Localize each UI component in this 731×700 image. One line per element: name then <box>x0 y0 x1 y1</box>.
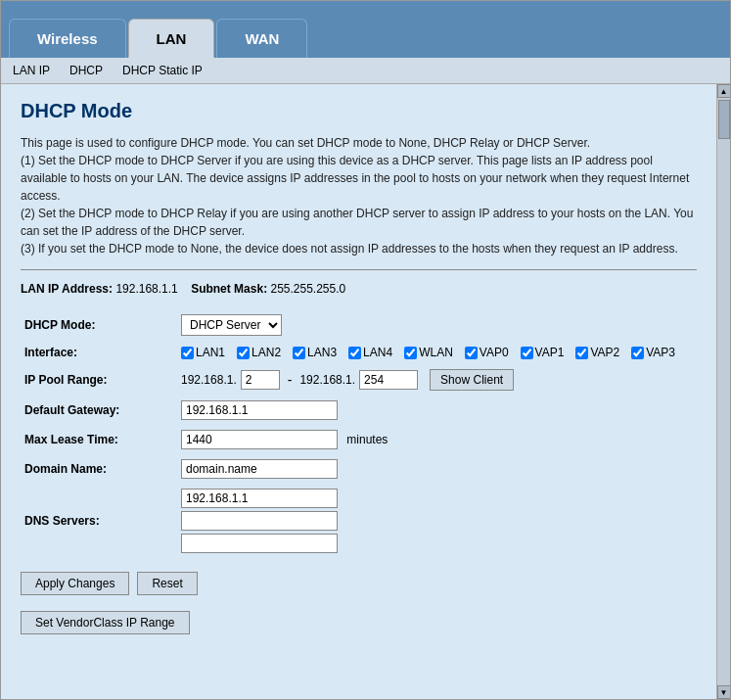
dns-servers-field <box>177 484 697 558</box>
ip-pool-range-field: 192.168.1. - 192.168.1. Show Client <box>177 364 697 396</box>
checkbox-vap3[interactable]: VAP3 <box>631 346 675 359</box>
vendor-class-button[interactable]: Set VendorClass IP Range <box>21 611 190 634</box>
max-lease-time-field: minutes <box>177 425 697 454</box>
lan-ip-value: 192.168.1.1 <box>115 282 177 296</box>
ip-pool-end-input[interactable] <box>359 370 418 390</box>
vendor-button-container: Set VendorClass IP Range <box>21 603 697 634</box>
desc-line2: (1) Set the DHCP mode to DHCP Server if … <box>21 154 689 203</box>
ip-end-prefix: 192.168.1. <box>299 373 355 387</box>
interface-checkbox-group: LAN1 LAN2 LAN3 LAN4 <box>181 346 693 359</box>
scrollbar-thumb[interactable] <box>718 100 730 139</box>
form-table: DHCP Mode: None DHCP Relay DHCP Server I… <box>21 309 697 558</box>
dns-servers-row: DNS Servers: <box>21 484 697 558</box>
scrollbar-track: ▲ ▼ <box>716 84 730 699</box>
apply-changes-button[interactable]: Apply Changes <box>21 572 129 595</box>
bottom-buttons: Apply Changes Reset <box>21 572 697 595</box>
dhcp-mode-select[interactable]: None DHCP Relay DHCP Server <box>181 314 282 336</box>
tab-wan[interactable]: WAN <box>216 19 307 58</box>
dns-group <box>181 489 693 553</box>
desc-line4: (3) If you set the DHCP mode to None, th… <box>21 242 678 256</box>
content-area: DHCP Mode This page is used to configure… <box>1 84 730 699</box>
max-lease-time-label: Max Lease Time: <box>21 425 177 454</box>
checkbox-lan4-input[interactable] <box>348 347 361 359</box>
dns-server-2-input[interactable] <box>181 511 338 531</box>
divider <box>21 269 697 270</box>
lan-ip-info: LAN IP Address: 192.168.1.1 Subnet Mask:… <box>21 282 697 296</box>
ip-pool-start-input[interactable] <box>241 370 280 390</box>
subnet-mask-value: 255.255.255.0 <box>270 282 345 296</box>
ip-pool-range-row: IP Pool Range: 192.168.1. - 192.168.1. S… <box>21 364 697 396</box>
show-client-button[interactable]: Show Client <box>430 369 514 391</box>
reset-button[interactable]: Reset <box>137 572 197 595</box>
checkbox-vap3-input[interactable] <box>631 347 644 359</box>
max-lease-time-input[interactable] <box>181 430 338 449</box>
domain-name-row: Domain Name: <box>21 454 697 484</box>
checkbox-vap0-input[interactable] <box>465 347 478 359</box>
page-description: This page is used to configure DHCP mode… <box>21 134 697 257</box>
max-lease-time-unit: minutes <box>346 433 388 446</box>
checkbox-vap1[interactable]: VAP1 <box>521 346 565 359</box>
scrollbar-down-button[interactable]: ▼ <box>717 685 731 699</box>
domain-name-label: Domain Name: <box>21 454 177 484</box>
subnet-mask-label: Subnet Mask: <box>191 282 267 296</box>
checkbox-wlan[interactable]: WLAN <box>404 346 453 359</box>
tab-lan[interactable]: LAN <box>128 19 215 58</box>
scrollbar-up-button[interactable]: ▲ <box>717 84 731 98</box>
checkbox-vap1-input[interactable] <box>521 347 533 359</box>
ip-pool-range-label: IP Pool Range: <box>21 364 177 396</box>
default-gateway-field <box>177 396 697 425</box>
checkbox-vap2-input[interactable] <box>575 347 588 359</box>
desc-line3: (2) Set the DHCP mode to DHCP Relay if y… <box>21 207 693 238</box>
checkbox-lan3[interactable]: LAN3 <box>293 346 337 359</box>
interface-row: Interface: LAN1 LAN2 LAN3 <box>21 341 697 364</box>
checkbox-lan2[interactable]: LAN2 <box>237 346 281 359</box>
dns-server-1-input[interactable] <box>181 489 338 508</box>
content-scroll: DHCP Mode This page is used to configure… <box>1 84 716 699</box>
default-gateway-row: Default Gateway: <box>21 396 697 425</box>
checkbox-lan3-input[interactable] <box>293 347 305 359</box>
default-gateway-label: Default Gateway: <box>21 396 177 425</box>
domain-name-input[interactable] <box>181 459 338 479</box>
dhcp-mode-field: None DHCP Relay DHCP Server <box>177 309 697 341</box>
domain-name-field <box>177 454 697 484</box>
dhcp-mode-row: DHCP Mode: None DHCP Relay DHCP Server <box>21 309 697 341</box>
sub-nav: LAN IP DHCP DHCP Static IP <box>1 58 730 84</box>
checkbox-vap2[interactable]: VAP2 <box>575 346 619 359</box>
checkbox-lan2-input[interactable] <box>237 347 250 359</box>
dns-servers-label: DNS Servers: <box>21 484 177 558</box>
max-lease-time-row: Max Lease Time: minutes <box>21 425 697 454</box>
ip-range-dash: - <box>288 372 293 388</box>
ip-start-prefix: 192.168.1. <box>181 373 237 387</box>
tab-wireless[interactable]: Wireless <box>9 19 126 58</box>
dhcp-mode-label: DHCP Mode: <box>21 309 177 341</box>
checkbox-lan1-input[interactable] <box>181 347 194 359</box>
lan-ip-label: LAN IP Address: <box>21 282 113 296</box>
desc-line1: This page is used to configure DHCP mode… <box>21 136 590 150</box>
checkbox-lan4[interactable]: LAN4 <box>348 346 392 359</box>
page-title: DHCP Mode <box>21 100 697 122</box>
checkbox-wlan-input[interactable] <box>404 347 417 359</box>
dns-server-3-input[interactable] <box>181 534 338 553</box>
subnav-lan-ip[interactable]: LAN IP <box>13 64 50 77</box>
top-nav: Wireless LAN WAN <box>1 1 730 58</box>
main-container: Wireless LAN WAN LAN IP DHCP DHCP Static… <box>0 0 731 700</box>
ip-pool-row: 192.168.1. - 192.168.1. Show Client <box>181 369 693 391</box>
checkbox-vap0[interactable]: VAP0 <box>465 346 509 359</box>
interface-field: LAN1 LAN2 LAN3 LAN4 <box>177 341 697 364</box>
checkbox-lan1[interactable]: LAN1 <box>181 346 225 359</box>
default-gateway-input[interactable] <box>181 400 338 420</box>
subnav-dhcp[interactable]: DHCP <box>69 64 103 77</box>
interface-label: Interface: <box>21 341 177 364</box>
subnav-dhcp-static-ip[interactable]: DHCP Static IP <box>122 64 203 77</box>
